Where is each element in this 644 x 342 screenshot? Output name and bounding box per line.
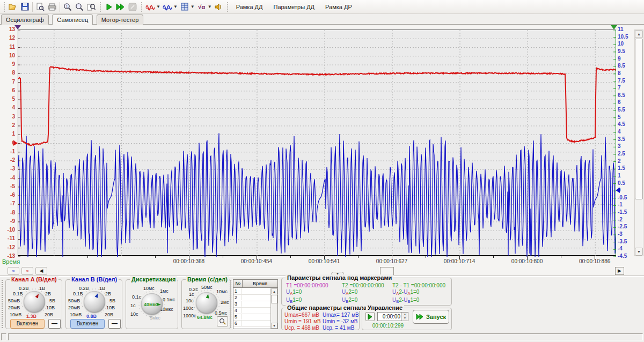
- right-axis-tick-label: 3.5: [618, 136, 625, 142]
- tab-motor-tester[interactable]: Мотор-тестер: [97, 14, 144, 25]
- right-axis-tick-label: 7.5: [618, 78, 625, 84]
- formula-menu-button[interactable]: √α: [196, 1, 208, 13]
- chevron-down-icon[interactable]: ▼: [156, 4, 160, 9]
- zoom-in-button[interactable]: 1: [62, 1, 74, 13]
- right-axis-tick-label: -1.5: [618, 209, 627, 215]
- toolbar-grip: [140, 2, 143, 12]
- zoom-out-icon: [75, 3, 84, 11]
- left-axis-tick-label: -5: [1, 183, 15, 189]
- duration-value: 0:00:00: [383, 314, 400, 319]
- channel-a-power-button[interactable]: Включен: [10, 319, 45, 329]
- scroll-left-button[interactable]: ◀: [35, 267, 47, 275]
- sampling-title: Дискретизация: [130, 276, 177, 282]
- print-button[interactable]: [46, 1, 58, 13]
- print-preview-icon: [36, 3, 45, 11]
- channel-a-minus-button[interactable]: —: [48, 319, 61, 329]
- right-axis-tick-label: 2: [618, 158, 621, 164]
- channel-a-visibility-button[interactable]: ≈: [21, 267, 33, 275]
- marker-params-group: Параметры сигнала под маркерами T1 =00:0…: [281, 278, 452, 306]
- zoom-selection-button[interactable]: [85, 1, 97, 13]
- marker-t2-icon[interactable]: [611, 25, 617, 29]
- run-fast-button[interactable]: [115, 1, 127, 13]
- zoom-out-button[interactable]: [74, 1, 85, 13]
- right-axis-tick-label: 6.5: [618, 92, 625, 98]
- channel-b-visibility-button[interactable]: ≈: [8, 267, 19, 275]
- right-axis-tick-label: 4: [618, 129, 621, 135]
- edit-disabled-button: [127, 1, 138, 13]
- table-row[interactable]: 2: [233, 295, 270, 301]
- spin-up-icon: ▲: [402, 313, 408, 316]
- timebase-knob[interactable]: [196, 292, 217, 314]
- play-small-button[interactable]: [365, 312, 375, 321]
- control-title: Управление: [366, 304, 404, 311]
- toolbar-grip: [226, 2, 229, 12]
- right-axis-tick-label: -3.5: [618, 239, 627, 244]
- horizontal-scroll-thumb[interactable]: [380, 267, 394, 275]
- tab-oscilloscope[interactable]: Осциллограф: [1, 14, 49, 25]
- table-row[interactable]: 5: [233, 314, 270, 321]
- scroll-down-icon[interactable]: ▼: [271, 323, 277, 329]
- channel-b-zero-marker-icon[interactable]: [616, 188, 620, 193]
- chart-region: 131211109876543210-1-2-3-4-5-6-7-8-9-10-…: [0, 25, 644, 276]
- print-preview-button[interactable]: [34, 1, 46, 13]
- table-row[interactable]: 3: [233, 301, 270, 308]
- save-button[interactable]: [19, 1, 31, 13]
- red-wave-menu-button[interactable]: [144, 1, 156, 13]
- panel-grip[interactable]: [2, 280, 3, 328]
- frame-dr-button[interactable]: Рамка ДР: [320, 2, 357, 12]
- left-axis-tick-label: -10: [1, 227, 15, 233]
- timebase-zoom-button[interactable]: [217, 316, 228, 326]
- open-folder-button[interactable]: [7, 1, 19, 13]
- start-button[interactable]: Запуск: [413, 310, 449, 324]
- channel-b-gain-knob[interactable]: [84, 291, 105, 313]
- chevron-down-icon[interactable]: ▼: [208, 4, 212, 9]
- right-axis-tick-label: -3: [618, 231, 623, 237]
- table-row[interactable]: 1: [233, 288, 270, 295]
- right-axis-tick-label: -1: [618, 202, 623, 207]
- duration-spinner[interactable]: 0:00:00 ▲▼: [377, 312, 408, 321]
- chevron-down-icon[interactable]: ▼: [191, 4, 195, 9]
- params-dd-button[interactable]: Параметры ДД: [268, 2, 320, 12]
- left-axis-tick-label: -8: [1, 210, 15, 215]
- channel-b-minus-button[interactable]: —: [108, 319, 121, 329]
- left-axis-tick-label: -4: [1, 175, 15, 181]
- vertical-scroll-thumb[interactable]: [635, 39, 643, 199]
- left-axis-tick-label: 7: [1, 79, 15, 85]
- table-scroll-thumb[interactable]: [271, 295, 277, 303]
- plot-area[interactable]: [18, 29, 616, 256]
- timebase-title: Время (с/дел): [186, 276, 229, 282]
- table-scrollbar[interactable]: ▲ ▼: [270, 288, 277, 329]
- table-header-number: №: [233, 280, 243, 287]
- table-row[interactable]: 4: [233, 308, 270, 314]
- run-button[interactable]: [103, 1, 115, 13]
- channel-a-zero-marker-icon[interactable]: [13, 140, 18, 146]
- tab-recorder[interactable]: Самописец: [52, 14, 93, 25]
- vertical-scrollbar[interactable]: ▲ ▼: [634, 29, 643, 256]
- chevron-down-icon[interactable]: ▼: [173, 4, 178, 9]
- right-axis-tick-label: 3: [618, 143, 621, 149]
- time-tick-label: 00:00:10:714: [444, 258, 475, 264]
- table-menu-button[interactable]: [179, 1, 191, 13]
- channel-b-totals: Umax= 127 мВ Umin = -32 мВ Uср. = 41 мВ: [323, 312, 359, 331]
- tab-bar: Осциллограф Самописец Мотор-тестер: [0, 14, 644, 25]
- sampling-group: Дискретизация 10мс 1мс 0.1мс 10мкс 5мкс …: [126, 279, 178, 329]
- blue-wave-menu-button[interactable]: [162, 1, 173, 13]
- save-icon: [21, 3, 29, 11]
- spinner-arrows[interactable]: ▲▼: [401, 313, 408, 321]
- marker-t1-icon[interactable]: [14, 25, 21, 29]
- channel-a-gain-knob[interactable]: [24, 291, 45, 313]
- right-axis-tick-label: 5: [618, 114, 621, 120]
- sound-button[interactable]: [213, 1, 225, 13]
- play-icon: [368, 314, 372, 319]
- right-axis-tick-label: 4.5: [618, 121, 625, 127]
- channel-b-power-button[interactable]: Включен: [70, 319, 105, 329]
- scroll-up-icon[interactable]: ▲: [635, 30, 643, 38]
- scroll-right-button[interactable]: ▶: [615, 267, 624, 275]
- left-axis-tick-label: 6: [1, 87, 15, 93]
- right-axis-tick-label: 10: [618, 41, 624, 47]
- left-axis-tick-label: 5: [1, 96, 15, 102]
- scroll-down-icon[interactable]: ▼: [635, 248, 643, 256]
- table-row[interactable]: 6: [233, 321, 270, 327]
- frame-dd-button[interactable]: Рамка ДД: [231, 2, 268, 12]
- scroll-up-icon[interactable]: ▲: [271, 288, 277, 294]
